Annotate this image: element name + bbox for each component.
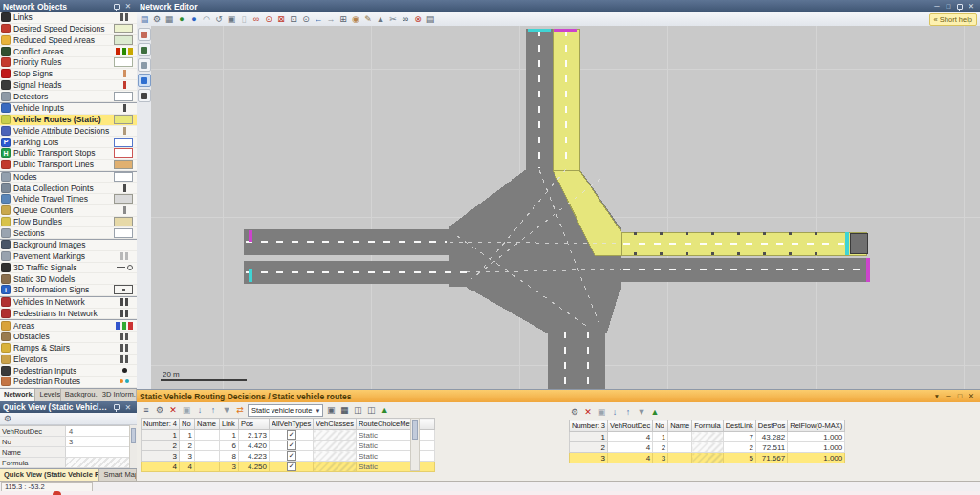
network-object-item-3d-traffic-signals[interactable]: 3D Traffic Signals: [0, 263, 137, 274]
cell-pos[interactable]: 2.173: [239, 430, 270, 441]
quick-view-attribute-value[interactable]: 4: [66, 426, 129, 436]
delete-icon[interactable]: ✕: [582, 407, 594, 419]
column-header-destpos[interactable]: DestPos: [755, 420, 787, 432]
network-object-item-desired-speed-decisions[interactable]: Desired Speed Decisions: [0, 24, 137, 35]
minimize-icon[interactable]: ─: [943, 392, 954, 401]
sidebar-tab-3[interactable]: Backgrou...: [61, 389, 98, 401]
filter-icon[interactable]: ▼: [636, 407, 647, 419]
routes-count-header[interactable]: Number: 3: [570, 420, 608, 432]
decisions-row[interactable]: 1112.173✓Static: [142, 430, 435, 441]
network-object-item-background-images[interactable]: Background Images: [0, 239, 137, 251]
network-object-item-vehicle-routes-static-[interactable]: Vehicle Routes (Static): [0, 115, 137, 126]
decisions-row[interactable]: 3384.223✓Static: [142, 451, 435, 462]
sync-selection-icon[interactable]: ⇄: [234, 405, 246, 417]
cell-vehclasses[interactable]: [314, 462, 357, 472]
row-number[interactable]: 4: [142, 462, 180, 472]
short-help-badge[interactable]: « Short help: [929, 13, 977, 26]
quick-view-attribute-value[interactable]: [66, 458, 129, 467]
wrench-icon[interactable]: ⚙: [154, 405, 165, 417]
cell-vehclasses[interactable]: [314, 441, 357, 451]
sort-ascending-icon[interactable]: ↓: [194, 405, 206, 417]
camera-off-icon[interactable]: ⊗: [412, 13, 424, 25]
network-object-item-vehicles-in-network[interactable]: Vehicles In Network: [0, 296, 137, 309]
cell-destlink[interactable]: 5: [723, 453, 755, 463]
network-object-item-ramps-stairs[interactable]: Ramps & Stairs: [0, 343, 137, 355]
network-object-item-pedestrians-in-network[interactable]: Pedestrians In Network: [0, 309, 137, 320]
cell-name[interactable]: [195, 430, 220, 441]
quick-view-attribute-value[interactable]: 3: [66, 437, 129, 446]
paste-icon[interactable]: ▯: [238, 13, 250, 25]
quick-view-scrollbar[interactable]: [129, 425, 137, 468]
column-header-name[interactable]: Name: [668, 420, 692, 432]
routes-row[interactable]: 343571.6671.000: [570, 453, 845, 463]
network-object-item-vehicle-travel-times[interactable]: Vehicle Travel Times: [0, 194, 137, 205]
maximize-icon[interactable]: □: [943, 2, 954, 11]
network-object-item-obstacles[interactable]: Obstacles: [0, 332, 137, 343]
cell-destpos[interactable]: 43.282: [755, 432, 787, 442]
checkbox-checked-icon[interactable]: ✓: [287, 451, 296, 461]
zoom-window-icon[interactable]: ⊡: [288, 13, 299, 25]
edit-network-icon[interactable]: ▦: [163, 13, 175, 25]
column-header-vehclasses[interactable]: VehClasses: [314, 419, 357, 430]
cell-name[interactable]: [668, 453, 692, 463]
cell-formula[interactable]: [692, 432, 724, 442]
column-header-vehroutdec[interactable]: VehRoutDec: [608, 420, 653, 432]
cell-vehroutdec[interactable]: 4: [608, 453, 653, 463]
routes-row[interactable]: 242272.5111.000: [570, 442, 845, 453]
edit-pencil-icon[interactable]: ✎: [362, 13, 374, 25]
close-icon[interactable]: ✕: [966, 2, 977, 11]
cell-relflow[interactable]: 1.000: [788, 453, 845, 463]
decisions-table-scrollbar[interactable]: [410, 418, 420, 471]
save-layout-icon[interactable]: ◫: [352, 405, 363, 417]
network-object-item-public-transport-stops[interactable]: HPublic Transport Stops: [0, 148, 137, 160]
sort-ascending-icon[interactable]: ↓: [609, 407, 621, 419]
cell-relflow[interactable]: 1.000: [788, 442, 845, 453]
cell-destpos[interactable]: 72.511: [755, 442, 787, 453]
map-marker-icon[interactable]: ●: [188, 13, 200, 25]
load-layout-icon[interactable]: ◫: [365, 405, 377, 417]
attribute-table-icon[interactable]: ▦: [338, 405, 350, 417]
cell-no[interactable]: 2: [653, 442, 668, 453]
close-icon[interactable]: ✕: [122, 2, 134, 11]
routes-row[interactable]: 141743.2821.000: [570, 432, 845, 442]
network-object-item-flow-bundles[interactable]: Flow Bundles: [0, 217, 137, 228]
network-object-item-reduced-speed-areas[interactable]: Reduced Speed Areas: [0, 35, 137, 47]
column-header-name[interactable]: Name: [195, 419, 220, 430]
editor-tool-background-icon[interactable]: [138, 58, 151, 72]
editor-tool-presentation-icon[interactable]: [138, 89, 151, 102]
decisions-row[interactable]: 4434.250✓Static: [142, 462, 435, 472]
network-object-item-priority-rules[interactable]: Priority Rules: [0, 57, 137, 69]
editor-tool-smartmap-icon[interactable]: [138, 74, 151, 87]
sidebar-tab-2[interactable]: Levels: [35, 389, 60, 401]
column-header-pos[interactable]: Pos: [239, 419, 270, 430]
sidebar-tab-1[interactable]: Network...: [0, 389, 35, 401]
cell-link[interactable]: 1: [220, 430, 239, 441]
network-object-item-nodes[interactable]: Nodes: [0, 171, 137, 183]
checkbox-checked-icon[interactable]: ✓: [287, 462, 296, 471]
cell-vehroutdec[interactable]: 4: [608, 442, 653, 453]
select-mode-icon[interactable]: ▤: [139, 13, 150, 25]
lasso-icon[interactable]: ◠: [201, 13, 212, 25]
network-object-item-static-3d-models[interactable]: Static 3D Models: [0, 273, 137, 285]
column-header-allvehtypes[interactable]: AllVehTypes: [270, 419, 314, 430]
taskbar-app-icon[interactable]: [53, 491, 61, 495]
decisions-row[interactable]: 2264.420✓Static: [142, 441, 435, 451]
network-object-item-queue-counters[interactable]: Queue Counters: [0, 205, 137, 217]
editor-tool-level-icon[interactable]: [138, 43, 151, 56]
network-object-item-data-collection-points[interactable]: Data Collection Points: [0, 183, 137, 194]
vehicle-display-icon[interactable]: ⊞: [338, 13, 349, 25]
network-object-item-elevators[interactable]: Elevators: [0, 355, 137, 366]
row-number[interactable]: 2: [142, 441, 180, 451]
row-number[interactable]: 1: [142, 430, 180, 441]
cell-no[interactable]: 4: [180, 462, 195, 472]
column-header-no[interactable]: No: [180, 419, 195, 430]
network-object-item-vehicle-attribute-decisions[interactable]: Vehicle Attribute Decisions: [0, 126, 137, 138]
cell-formula[interactable]: [692, 442, 724, 453]
quick-view-tab-1[interactable]: Quick View (Static Vehicle Rout...: [0, 469, 99, 481]
column-header-formula[interactable]: Formula: [692, 420, 724, 432]
network-object-item-signal-heads[interactable]: Signal Heads: [0, 80, 137, 92]
quick-view-attribute-value[interactable]: [66, 447, 129, 457]
filter-icon[interactable]: ▼: [221, 405, 232, 417]
node-tool-icon[interactable]: ▲: [375, 13, 386, 25]
network-object-item-pavement-markings[interactable]: Pavement Markings: [0, 251, 137, 263]
